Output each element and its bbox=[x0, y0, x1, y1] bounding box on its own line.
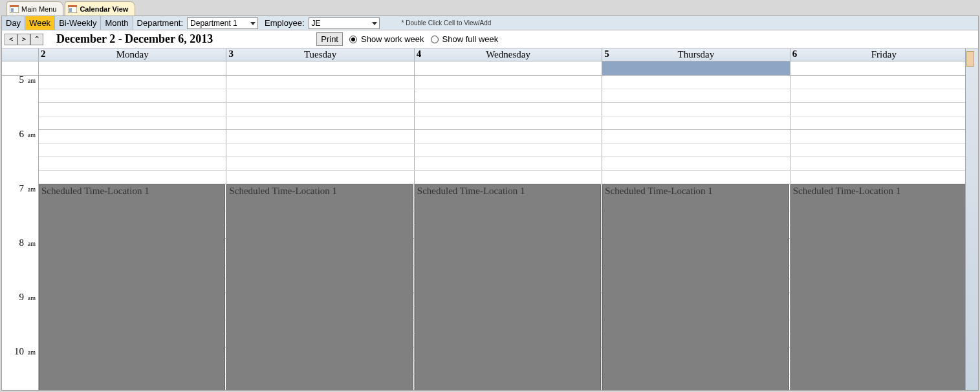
day-name: Monday bbox=[116, 49, 149, 60]
time-label: 6am bbox=[2, 130, 38, 184]
allday-cell[interactable] bbox=[39, 61, 226, 75]
hint-text: * Double Click Cell to View/Add bbox=[382, 19, 492, 27]
day-name: Friday bbox=[871, 49, 897, 60]
day-number: 4 bbox=[417, 49, 422, 60]
day-header[interactable]: 3Tuesday bbox=[226, 49, 414, 61]
tab-bar: Main Menu Calendar View bbox=[1, 1, 979, 16]
view-month[interactable]: Month bbox=[101, 16, 133, 30]
allday-cell[interactable] bbox=[602, 61, 790, 75]
svg-rect-5 bbox=[68, 5, 77, 7]
view-toolbar: Day Week Bi-Weekly Month Department: Dep… bbox=[2, 16, 978, 30]
view-week[interactable]: Week bbox=[25, 16, 55, 30]
svg-rect-2 bbox=[11, 8, 14, 10]
view-day[interactable]: Day bbox=[2, 16, 25, 30]
day-number: 5 bbox=[604, 49, 609, 60]
day-header[interactable]: 2Monday bbox=[39, 49, 226, 61]
day-name: Thursday bbox=[678, 49, 715, 60]
scheduled-event[interactable]: Scheduled Time-Location 1 bbox=[39, 184, 225, 390]
tab-calendar-view[interactable]: Calendar View bbox=[65, 1, 135, 16]
next-button[interactable]: > bbox=[17, 34, 30, 45]
scroll-indicator-icon bbox=[966, 51, 974, 67]
allday-cell[interactable] bbox=[415, 61, 602, 75]
radio-workweek[interactable]: Show work week bbox=[349, 34, 424, 44]
calendar-content: Day Week Bi-Weekly Month Department: Dep… bbox=[1, 16, 979, 391]
radio-fullweek[interactable]: Show full week bbox=[431, 34, 499, 44]
allday-row bbox=[39, 61, 978, 76]
up-button[interactable]: ^ bbox=[30, 34, 43, 45]
time-gutter: 5am6am7am8am9am10am bbox=[2, 49, 39, 390]
tab-main-menu[interactable]: Main Menu bbox=[6, 1, 63, 16]
tab-label: Main Menu bbox=[21, 5, 56, 13]
scheduled-event[interactable]: Scheduled Time-Location 1 bbox=[602, 184, 789, 390]
dept-label: Department: bbox=[133, 18, 188, 28]
day-name: Wednesday bbox=[486, 49, 530, 60]
prev-button[interactable]: < bbox=[5, 34, 17, 45]
time-label: 8am bbox=[2, 239, 38, 293]
emp-label: Employee: bbox=[261, 18, 308, 28]
scheduled-event[interactable]: Scheduled Time-Location 1 bbox=[226, 184, 413, 390]
svg-rect-6 bbox=[69, 8, 72, 10]
time-label: 7am bbox=[2, 184, 38, 239]
radio-dot-icon bbox=[349, 36, 357, 43]
nav-toolbar: < > ^ December 2 - December 6, 2013 Prin… bbox=[2, 30, 978, 49]
time-label: 10am bbox=[2, 347, 38, 392]
svg-rect-7 bbox=[69, 10, 72, 12]
day-header-row: 2Monday3Tuesday4Wednesday5Thursday6Frida… bbox=[39, 49, 978, 61]
day-header[interactable]: 5Thursday bbox=[602, 49, 790, 61]
day-name: Tuesday bbox=[304, 49, 336, 60]
scheduled-event[interactable]: Scheduled Time-Location 1 bbox=[415, 184, 601, 390]
print-button[interactable]: Print bbox=[316, 32, 343, 46]
time-label: 5am bbox=[2, 76, 38, 130]
date-range-title: December 2 - December 6, 2013 bbox=[56, 32, 213, 46]
view-biweekly[interactable]: Bi-Weekly bbox=[55, 16, 101, 30]
allday-cell[interactable] bbox=[226, 61, 414, 75]
day-number: 2 bbox=[41, 49, 46, 60]
time-label: 9am bbox=[2, 293, 38, 347]
day-number: 6 bbox=[792, 49, 798, 60]
form-icon bbox=[10, 5, 19, 13]
tab-label: Calendar View bbox=[80, 5, 128, 13]
radio-dot-icon bbox=[431, 36, 439, 43]
scheduled-event[interactable]: Scheduled Time-Location 1 bbox=[790, 184, 977, 390]
day-number: 3 bbox=[228, 49, 234, 60]
svg-rect-1 bbox=[10, 5, 19, 7]
emp-dropdown[interactable]: JE bbox=[309, 17, 380, 29]
form-icon bbox=[68, 5, 77, 13]
allday-cell[interactable] bbox=[790, 61, 978, 75]
svg-rect-3 bbox=[11, 10, 14, 12]
dept-dropdown[interactable]: Department 1 bbox=[187, 17, 258, 29]
day-header[interactable]: 4Wednesday bbox=[415, 49, 602, 61]
scrollbar-track[interactable] bbox=[965, 49, 978, 390]
day-header[interactable]: 6Friday bbox=[790, 49, 978, 61]
